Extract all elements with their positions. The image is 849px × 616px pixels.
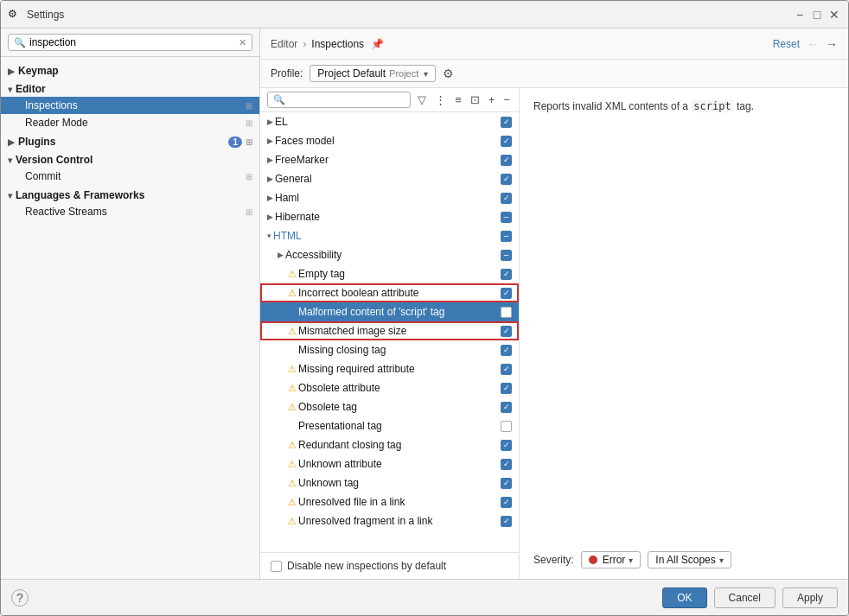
tree-checkbox-missing-required[interactable] <box>501 364 512 375</box>
tree-item-presentational-tag[interactable]: ⚠ Presentational tag <box>260 416 519 435</box>
tree-checkbox-missing-closing[interactable] <box>501 345 512 356</box>
tree-checkbox-hibernate[interactable] <box>501 212 512 223</box>
sidebar-item-commit[interactable]: Commit ⊞ <box>1 168 259 185</box>
tree-checkbox-malformed[interactable] <box>501 307 512 318</box>
warning-icon: ⚠ <box>288 497 297 508</box>
tree-item-unresolved-file[interactable]: ⚠ Unresolved file in a link <box>260 492 519 511</box>
sidebar-item-inspections[interactable]: Inspections ⊞ <box>1 97 259 114</box>
sidebar-item-label: Plugins <box>18 136 55 148</box>
tree-checkbox-obsolete-tag[interactable] <box>501 402 512 413</box>
sidebar-item-languages-frameworks[interactable]: ▾ Languages & Frameworks <box>1 185 259 203</box>
tree-group-faces-model[interactable]: ▶ Faces model <box>260 131 519 150</box>
inspections-list-panel: 🔍 ▽ ⋮ ≡ ⊡ + − ▶ <box>260 88 520 579</box>
plugins-badge: 1 <box>228 137 242 148</box>
tree-checkbox-unknown-tag[interactable] <box>501 478 512 489</box>
tree-item-label: Accessibility <box>285 249 497 261</box>
tree-checkbox-general[interactable] <box>501 174 512 185</box>
breadcrumb-actions: Reset ← → <box>773 37 838 51</box>
apply-button[interactable]: Apply <box>782 587 838 608</box>
maximize-button[interactable]: □ <box>810 8 824 22</box>
severity-select[interactable]: Error ▾ <box>581 551 642 568</box>
tree-checkbox-unresolved-file[interactable] <box>501 497 512 508</box>
list-search-input[interactable] <box>285 95 405 105</box>
warning-icon: ⚠ <box>288 364 297 375</box>
ok-button[interactable]: OK <box>662 587 706 608</box>
warning-icon: ⚠ <box>288 421 297 432</box>
sidebar-item-keymap[interactable]: ▶ Keymap <box>1 60 259 79</box>
error-dot-icon <box>589 556 597 564</box>
breadcrumb-forward-icon[interactable]: → <box>826 37 838 51</box>
warning-icon: ⚠ <box>288 307 297 318</box>
scope-dropdown-icon: ▾ <box>719 556 724 565</box>
inspections-area: 🔍 ▽ ⋮ ≡ ⊡ + − ▶ <box>260 88 848 579</box>
scope-select[interactable]: In All Scopes ▾ <box>648 551 731 568</box>
profile-gear-icon[interactable]: ⚙ <box>443 67 454 80</box>
tree-group-freemarker[interactable]: ▶ FreeMarker <box>260 150 519 169</box>
tree-item-unknown-tag[interactable]: ⚠ Unknown tag <box>260 473 519 492</box>
tree-item-empty-tag[interactable]: ⚠ Empty tag <box>260 264 519 283</box>
sidebar-item-reactive-streams[interactable]: Reactive Streams ⊞ <box>1 203 259 220</box>
severity-dropdown-icon: ▾ <box>629 556 633 565</box>
tree-group-hibernate[interactable]: ▶ Hibernate <box>260 207 519 226</box>
collapse-all-icon[interactable]: ≡ <box>453 92 463 107</box>
cancel-button[interactable]: Cancel <box>714 587 776 608</box>
tree-item-obsolete-attribute[interactable]: ⚠ Obsolete attribute <box>260 378 519 397</box>
sidebar-search-wrap[interactable]: 🔍 ✕ <box>8 34 252 51</box>
tree-checkbox-freemarker[interactable] <box>501 155 512 166</box>
tree-item-malformed-script[interactable]: ⚠ Malformed content of 'script' tag <box>260 302 519 321</box>
reset-link[interactable]: Reset <box>773 38 800 50</box>
expand-all-icon[interactable]: ⋮ <box>433 92 448 107</box>
tree-checkbox-empty-tag[interactable] <box>501 269 512 280</box>
tree-item-mismatched-image[interactable]: ⚠ Mismatched image size <box>260 321 519 340</box>
tree-checkbox-unresolved-fragment[interactable] <box>501 516 512 527</box>
remove-icon[interactable]: − <box>501 92 512 107</box>
tree-group-el[interactable]: ▶ EL <box>260 112 519 131</box>
sidebar-item-version-control[interactable]: ▾ Version Control <box>1 149 259 168</box>
tree-checkbox-mismatched[interactable] <box>501 326 512 337</box>
expand-arrow-icon: ▾ <box>8 85 12 94</box>
profile-select[interactable]: Project Default Project ▾ <box>310 65 436 82</box>
sidebar-item-reader-mode[interactable]: Reader Mode ⊞ <box>1 114 259 131</box>
tree-item-redundant-closing[interactable]: ⚠ Redundant closing tag <box>260 435 519 454</box>
tree-item-incorrect-boolean[interactable]: ⚠ Incorrect boolean attribute <box>260 283 519 302</box>
tree-checkbox-obsolete-attr[interactable] <box>501 383 512 394</box>
search-clear-icon[interactable]: ✕ <box>239 37 246 48</box>
settings-page-icon: ⊞ <box>246 137 252 147</box>
tree-checkbox-accessibility[interactable] <box>501 250 512 261</box>
expand-icon: ▶ <box>267 156 273 164</box>
tree-item-obsolete-tag[interactable]: ⚠ Obsolete tag <box>260 397 519 416</box>
tree-item-unresolved-fragment[interactable]: ⚠ Unresolved fragment in a link <box>260 511 519 530</box>
tree-item-missing-required[interactable]: ⚠ Missing required attribute <box>260 359 519 378</box>
add-icon[interactable]: + <box>487 92 497 107</box>
group-icon[interactable]: ⊡ <box>469 92 482 107</box>
filter-icon[interactable]: ▽ <box>416 92 428 107</box>
sidebar-item-label: Languages & Frameworks <box>16 189 144 201</box>
minimize-button[interactable]: − <box>793 8 807 22</box>
tree-checkbox-redundant[interactable] <box>501 440 512 451</box>
tree-group-html[interactable]: ▾ HTML <box>260 226 519 245</box>
sidebar-item-editor[interactable]: ▾ Editor <box>1 79 259 97</box>
tree-item-unknown-attribute[interactable]: ⚠ Unknown attribute <box>260 454 519 473</box>
sidebar-search-input[interactable] <box>29 36 239 48</box>
close-button[interactable]: ✕ <box>827 8 841 22</box>
tree-checkbox-html[interactable] <box>501 231 512 242</box>
sidebar-item-plugins[interactable]: ▶ Plugins 1 ⊞ <box>1 131 259 149</box>
tree-group-general[interactable]: ▶ General <box>260 169 519 188</box>
breadcrumb-pin-icon[interactable]: 📌 <box>371 38 384 50</box>
tree-checkbox-incorrect-boolean[interactable] <box>501 288 512 299</box>
tree-item-label: Missing required attribute <box>298 363 497 375</box>
disable-checkbox[interactable] <box>271 561 282 572</box>
warning-icon: ⚠ <box>288 326 297 337</box>
help-icon[interactable]: ? <box>11 589 29 606</box>
tree-item-missing-closing[interactable]: ⚠ Missing closing tag <box>260 340 519 359</box>
tree-checkbox-haml[interactable] <box>501 193 512 204</box>
tree-checkbox-presentational[interactable] <box>501 421 512 432</box>
breadcrumb-back-icon[interactable]: ← <box>807 37 819 51</box>
tree-checkbox-el[interactable] <box>501 117 512 128</box>
tree-checkbox-faces[interactable] <box>501 136 512 147</box>
list-search-wrap[interactable]: 🔍 <box>267 92 411 108</box>
tree-group-accessibility[interactable]: ▶ Accessibility <box>260 245 519 264</box>
warning-icon: ⚠ <box>288 440 297 451</box>
tree-checkbox-unknown-attr[interactable] <box>501 459 512 470</box>
tree-group-haml[interactable]: ▶ Haml <box>260 188 519 207</box>
